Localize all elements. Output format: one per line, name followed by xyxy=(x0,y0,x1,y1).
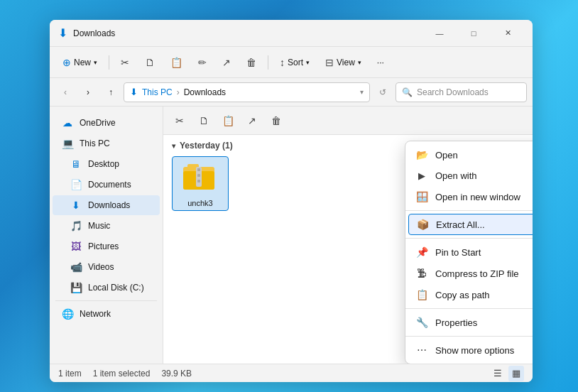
sort-chevron: ▾ xyxy=(306,59,310,66)
menu-item-properties[interactable]: 🔧 Properties Alt+Enter xyxy=(405,312,533,333)
sidebar-item-localdisk[interactable]: 💾 Local Disk (C:) xyxy=(53,278,160,298)
sidebar-item-music[interactable]: 🎵 Music xyxy=(53,216,160,236)
cut-button[interactable]: ✂ xyxy=(114,51,136,74)
more-button[interactable]: ··· xyxy=(370,51,391,74)
open-new-window-icon: 🪟 xyxy=(415,191,428,202)
sidebar-item-videos[interactable]: 📹 Videos xyxy=(53,257,160,277)
sidebar: ☁ OneDrive 💻 This PC 🖥 Desktop 📄 Documen… xyxy=(50,107,163,364)
search-icon: 🔍 xyxy=(402,87,413,97)
more-label: ··· xyxy=(377,58,384,67)
view-button[interactable]: ⊟ View ▾ xyxy=(318,51,369,74)
search-placeholder: Search Downloads xyxy=(417,87,489,97)
compress-icon: 🗜 xyxy=(415,268,428,279)
menu-item-compress-zip[interactable]: 🗜 Compress to ZIP file xyxy=(405,263,533,284)
svg-rect-5 xyxy=(197,174,200,177)
status-size: 39.9 KB xyxy=(161,369,192,379)
group-label: Yesterday (1) xyxy=(180,141,233,151)
sidebar-item-network[interactable]: 🌐 Network xyxy=(53,304,160,324)
ctx-paste-button[interactable]: 📋 xyxy=(217,111,239,131)
content-area: ☁ OneDrive 💻 This PC 🖥 Desktop 📄 Documen… xyxy=(50,107,533,364)
status-view-controls: ☰ ▦ xyxy=(490,366,524,381)
sidebar-label-pictures: Pictures xyxy=(88,241,119,251)
sidebar-item-thispc[interactable]: 💻 This PC xyxy=(53,134,160,153)
ctx-copy-button[interactable]: 🗋 xyxy=(193,111,214,131)
toolbar-separator-2 xyxy=(268,55,268,70)
file-icon xyxy=(183,160,217,196)
rename-button[interactable]: ✏ xyxy=(191,51,214,74)
menu-item-more-options[interactable]: ⋯ Show more options Shift+F10 xyxy=(405,339,533,361)
ctx-cut-button[interactable]: ✂ xyxy=(169,111,190,131)
context-menu: 📂 Open Enter ▶ Open with › 🪟 Open in new… xyxy=(405,141,533,364)
window-controls: — □ ✕ xyxy=(423,22,524,45)
ctx-delete-button[interactable]: 🗑 xyxy=(266,111,287,131)
delete-button[interactable]: 🗑 xyxy=(239,51,263,74)
menu-item-pin-to-start[interactable]: 📌 Pin to Start xyxy=(405,241,533,263)
forward-button[interactable]: › xyxy=(78,82,98,102)
sort-button[interactable]: ↕ Sort ▾ xyxy=(273,51,317,74)
ctx-share-button[interactable]: ↗ xyxy=(241,111,263,131)
path-sep-1: › xyxy=(177,87,180,97)
window-icon: ⬇ xyxy=(58,26,67,40)
menu-separator-1 xyxy=(405,210,533,211)
cut-icon: ✂ xyxy=(121,57,129,68)
copy-button[interactable]: 🗋 xyxy=(138,51,162,74)
explorer-window: ⬇ Downloads — □ ✕ ⊕ New ▾ ✂ 🗋 📋 ✏ ↗ xyxy=(50,20,533,382)
sidebar-label-downloads: Downloads xyxy=(88,200,130,210)
sidebar-item-documents[interactable]: 📄 Documents xyxy=(53,175,160,195)
share-button[interactable]: ↗ xyxy=(215,51,238,74)
refresh-button[interactable]: ↺ xyxy=(373,82,393,102)
more-options-icon: ⋯ xyxy=(415,344,428,356)
sidebar-label-desktop: Desktop xyxy=(88,159,119,169)
menu-item-open-new-window[interactable]: 🪟 Open in new window xyxy=(405,186,533,207)
rename-icon: ✏ xyxy=(198,57,207,68)
sidebar-item-pictures[interactable]: 🖼 Pictures xyxy=(53,236,160,256)
view-icon: ⊟ xyxy=(325,57,334,68)
music-icon: 🎵 xyxy=(70,220,82,232)
paste-icon: 📋 xyxy=(170,57,182,68)
view-chevron: ▾ xyxy=(358,59,361,66)
open-with-label: Open with xyxy=(435,170,533,181)
path-downloads: Downloads xyxy=(184,87,226,97)
menu-item-copy-path[interactable]: 📋 Copy as path xyxy=(405,284,533,305)
sidebar-item-desktop[interactable]: 🖥 Desktop xyxy=(53,154,160,174)
sidebar-item-onedrive[interactable]: ☁ OneDrive xyxy=(53,113,160,133)
address-path[interactable]: ⬇ This PC › Downloads ▾ xyxy=(124,82,370,102)
address-bar: ‹ › ↑ ⬇ This PC › Downloads ▾ ↺ 🔍 Search… xyxy=(50,78,533,107)
file-item[interactable]: unchk3 xyxy=(172,156,229,211)
share-icon: ↗ xyxy=(222,57,231,68)
back-button[interactable]: ‹ xyxy=(55,82,75,102)
close-button[interactable]: ✕ xyxy=(491,22,524,45)
more-options-label: Show more options xyxy=(435,345,533,356)
thispc-icon: 💻 xyxy=(61,138,74,149)
svg-rect-4 xyxy=(197,168,200,171)
menu-separator-3 xyxy=(405,308,533,309)
pictures-icon: 🖼 xyxy=(70,241,82,252)
documents-icon: 📄 xyxy=(70,179,82,190)
up-button[interactable]: ↑ xyxy=(101,82,121,102)
menu-separator-4 xyxy=(405,336,533,337)
paste-button[interactable]: 📋 xyxy=(163,51,190,74)
open-icon: 📂 xyxy=(415,149,428,160)
status-selected: 1 item selected xyxy=(93,369,151,379)
pin-icon: 📌 xyxy=(415,246,428,258)
main-content: ✂ 🗋 📋 ↗ 🗑 Yesterday (1) xyxy=(163,107,533,364)
copy-path-icon: 📋 xyxy=(415,289,428,300)
desktop-icon: 🖥 xyxy=(70,158,82,170)
minimize-button[interactable]: — xyxy=(423,22,456,45)
svg-rect-6 xyxy=(197,180,200,183)
grid-view-button[interactable]: ▦ xyxy=(508,366,524,381)
menu-item-extract-all[interactable]: 📦 Extract All... xyxy=(408,214,533,235)
downloads-icon: ⬇ xyxy=(70,200,82,211)
view-label: View xyxy=(337,58,355,67)
new-button[interactable]: ⊕ New ▾ xyxy=(55,51,104,74)
sidebar-item-downloads[interactable]: ⬇ Downloads xyxy=(53,195,160,215)
file-label: unchk3 xyxy=(187,199,212,207)
menu-item-open-with[interactable]: ▶ Open with › xyxy=(405,165,533,186)
copy-path-label: Copy as path xyxy=(435,290,533,300)
sort-icon: ↕ xyxy=(280,57,285,68)
search-box[interactable]: 🔍 Search Downloads xyxy=(396,82,527,102)
path-chevron: ▾ xyxy=(360,88,364,96)
maximize-button[interactable]: □ xyxy=(457,22,490,45)
list-view-button[interactable]: ☰ xyxy=(490,366,506,381)
menu-item-open[interactable]: 📂 Open Enter xyxy=(405,144,533,165)
